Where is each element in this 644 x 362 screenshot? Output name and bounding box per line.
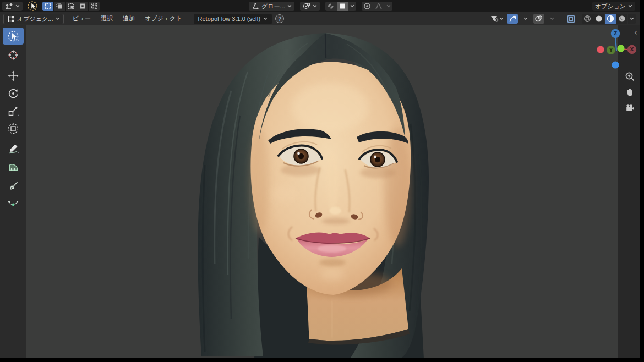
chevron-down-icon <box>630 17 634 20</box>
gizmo-ball-y-front[interactable] <box>617 45 624 52</box>
transform-tool-icon <box>7 123 19 135</box>
proportional-falloff-button[interactable] <box>373 2 385 11</box>
gizmo-axis-y-pos[interactable]: Y <box>607 46 615 54</box>
snap-toggle-button[interactable] <box>325 2 337 11</box>
rotate-tool-icon <box>7 87 19 100</box>
chevron-down-icon <box>523 17 528 20</box>
shading-dropdown[interactable] <box>628 14 636 24</box>
svg-text:X: X <box>630 47 634 52</box>
select-mode-intersect[interactable] <box>89 2 100 11</box>
chevron-down-icon <box>386 4 391 8</box>
zoom-icon <box>625 72 635 81</box>
select-mode-group <box>42 2 100 11</box>
gizmo-ball-z-neg[interactable] <box>612 61 619 68</box>
proportional-toggle-button[interactable] <box>362 2 373 11</box>
wireframe-shading-icon <box>583 15 591 23</box>
iris-left <box>294 149 308 163</box>
overlays-dropdown[interactable] <box>547 14 558 24</box>
chevron-down-icon <box>287 4 292 8</box>
object-visibility-dropdown[interactable] <box>489 14 505 24</box>
select-mode-subtract[interactable] <box>66 2 77 11</box>
tool-move[interactable] <box>3 67 24 84</box>
tool-measure[interactable] <box>3 157 24 174</box>
select-mode-extend[interactable] <box>54 2 65 11</box>
snap-group <box>325 2 356 11</box>
blender-window: グロー... <box>0 0 644 362</box>
scale-tool-icon <box>7 105 19 117</box>
gizmo-icon <box>509 15 517 23</box>
menu-add[interactable]: 追加 <box>118 12 140 25</box>
visibility-filter-icon <box>490 15 499 23</box>
viewport-header: オブジェク... ビュー 選択 追加 オブジェクト RetopoFlow 3.1… <box>0 12 640 25</box>
material-preview-shading-icon <box>607 15 614 23</box>
shading-rendered-button[interactable] <box>616 14 627 24</box>
pivot-point-icon <box>303 2 310 10</box>
options-dropdown[interactable]: オプション <box>592 2 635 11</box>
tool-scale[interactable] <box>3 102 24 119</box>
editor-type-selector[interactable] <box>2 2 23 11</box>
tool-cursor[interactable] <box>3 46 24 63</box>
gizmos-toggle[interactable] <box>507 14 518 24</box>
gizmo-ball-x-neg[interactable] <box>597 46 604 53</box>
proportional-dropdown[interactable] <box>385 2 392 11</box>
tool-shelf <box>0 25 26 358</box>
retopoflow-curve-icon <box>7 198 19 210</box>
navigation-gizmo[interactable]: Z Y X <box>593 29 641 74</box>
chevron-down-icon <box>313 4 317 8</box>
shading-wireframe-button[interactable] <box>582 14 593 24</box>
select-mode-invert[interactable] <box>77 2 88 11</box>
hand-icon <box>625 87 635 97</box>
tool-select-box[interactable] <box>3 28 24 45</box>
pivot-point-dropdown[interactable] <box>300 2 320 11</box>
snap-dropdown[interactable] <box>348 2 356 11</box>
retopoflow-help-button[interactable]: ? <box>275 14 284 23</box>
chevron-down-icon <box>350 4 354 8</box>
solid-shading-icon <box>595 15 603 23</box>
snap-target-button[interactable] <box>337 2 348 11</box>
menu-object[interactable]: オブジェクト <box>140 12 187 25</box>
shading-mode-group <box>582 14 636 24</box>
menu-select[interactable]: 選択 <box>96 12 118 25</box>
select-invert-icon <box>79 3 86 9</box>
zoom-button[interactable] <box>623 69 637 84</box>
topbar: グロー... <box>0 0 640 12</box>
tool-transform[interactable] <box>3 120 24 137</box>
snap-increment-icon <box>339 3 346 9</box>
viewport-canvas[interactable] <box>26 25 640 358</box>
proportional-editing-group <box>362 2 392 11</box>
camera-icon <box>625 103 635 113</box>
tool-retopoflow-brush[interactable] <box>3 177 24 194</box>
chevron-down-icon <box>628 4 632 8</box>
overlays-toggle[interactable] <box>533 14 544 24</box>
retopoflow-brush-icon <box>7 180 19 192</box>
mode-label: オブジェク... <box>17 15 53 23</box>
orientation-global-icon <box>252 2 259 10</box>
menu-view[interactable]: ビュー <box>67 12 96 25</box>
measure-tool-icon <box>7 160 19 172</box>
transform-orientation-dropdown[interactable]: グロー... <box>249 2 294 11</box>
cursor-highlight-icon <box>27 1 38 12</box>
shading-solid-button[interactable] <box>593 14 604 24</box>
pan-button[interactable] <box>623 85 637 99</box>
camera-view-button[interactable] <box>623 101 637 115</box>
select-mode-set[interactable] <box>42 2 53 11</box>
active-tool-indicator[interactable] <box>27 1 38 12</box>
xray-icon <box>567 15 575 23</box>
magnet-icon <box>327 2 335 10</box>
chevron-down-icon <box>56 17 60 20</box>
falloff-curve-icon <box>375 2 383 10</box>
retopoflow-dropdown[interactable]: RetopoFlow 3.1.0 (self) <box>194 14 272 24</box>
mode-selector-dropdown[interactable]: オブジェク... <box>3 14 64 24</box>
move-tool-icon <box>7 70 19 82</box>
tool-retopoflow-curve[interactable] <box>3 195 24 212</box>
gizmo-axis-z-pos[interactable]: Z <box>611 29 620 38</box>
xray-toggle[interactable] <box>565 14 576 24</box>
tool-annotate[interactable] <box>3 140 24 157</box>
svg-text:Y: Y <box>609 47 613 53</box>
gizmo-axis-x-pos[interactable]: X <box>627 45 636 54</box>
gizmos-dropdown[interactable] <box>520 14 531 24</box>
editor-type-icon <box>5 3 13 10</box>
select-intersect-icon <box>91 3 97 9</box>
tool-rotate[interactable] <box>3 85 24 102</box>
shading-material-preview-button[interactable] <box>605 14 616 24</box>
